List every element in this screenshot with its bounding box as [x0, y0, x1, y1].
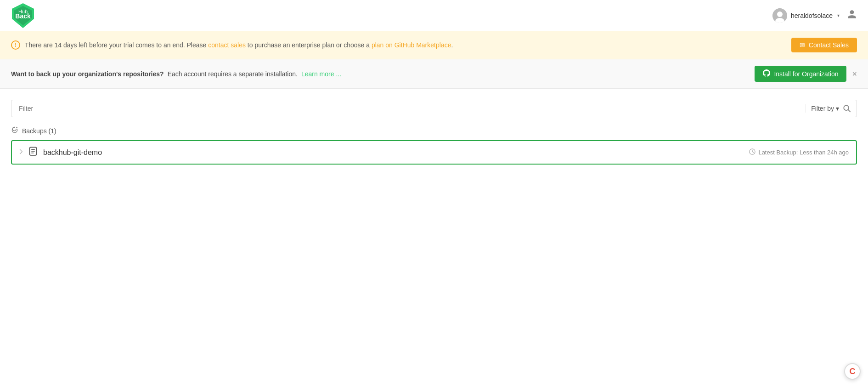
svg-marker-9	[16, 127, 17, 128]
table-row[interactable]: backhub-git-demo Latest Backup: Less tha…	[11, 140, 857, 165]
org-banner: Want to back up your organization's repo…	[0, 59, 868, 89]
logo[interactable]: Back Hub	[11, 2, 35, 29]
org-banner-bold-text: Want to back up your organization's repo…	[11, 70, 164, 78]
svg-point-5	[777, 11, 783, 17]
latest-backup-text: Latest Backup: Less than 24h ago	[758, 149, 849, 156]
trial-banner-content: ! There are 14 days left before your tri…	[11, 40, 453, 50]
svg-line-16	[752, 152, 754, 153]
trial-text: There are 14 days left before your trial…	[25, 41, 453, 49]
backups-count-label: Backups (1)	[22, 127, 56, 135]
clock-icon	[749, 148, 755, 156]
sync-icon	[11, 126, 18, 136]
close-org-banner-button[interactable]: ×	[852, 70, 857, 78]
user-dropdown-caret: ▾	[837, 13, 840, 18]
filter-by-button[interactable]: Filter by ▾	[811, 105, 839, 112]
filter-by-caret-icon: ▾	[836, 105, 839, 112]
contact-sales-button[interactable]: ✉ Contact Sales	[791, 38, 857, 52]
navbar-right: heraldofsolace ▾	[772, 8, 857, 23]
chevron-right-icon	[19, 148, 23, 156]
main-content: Filter by ▾ Backups (1)	[0, 89, 868, 176]
search-icon	[843, 104, 851, 113]
backhub-logo-icon: Back Hub	[11, 2, 35, 29]
backup-row-left: backhub-git-demo	[19, 147, 102, 158]
learn-more-link[interactable]: Learn more ...	[301, 70, 341, 78]
backups-section-title: Backups (1)	[11, 126, 857, 136]
install-for-organization-button[interactable]: Install for Organization	[755, 66, 846, 82]
org-banner-actions: Install for Organization ×	[755, 66, 857, 82]
org-banner-content: Want to back up your organization's repo…	[11, 70, 341, 78]
contact-sales-link[interactable]: contact sales	[208, 41, 246, 49]
svg-text:Hub: Hub	[18, 9, 28, 14]
github-octocat-icon	[763, 69, 770, 78]
trial-warning-icon: !	[11, 40, 20, 50]
user-dropdown[interactable]: heraldofsolace ▾	[772, 8, 840, 23]
filter-right: Filter by ▾	[805, 104, 857, 113]
repo-name-label: backhub-git-demo	[43, 148, 102, 157]
navbar: Back Hub heraldofsolace ▾	[0, 0, 868, 31]
envelope-icon: ✉	[800, 41, 805, 49]
repo-icon	[28, 147, 38, 158]
backup-row-right: Latest Backup: Less than 24h ago	[749, 148, 849, 156]
trial-banner: ! There are 14 days left before your tri…	[0, 31, 868, 59]
filter-bar: Filter by ▾	[11, 100, 857, 117]
person-icon[interactable]	[847, 9, 857, 22]
search-button[interactable]	[843, 104, 851, 113]
filter-input[interactable]	[11, 100, 805, 117]
user-name-label: heraldofsolace	[791, 12, 833, 19]
org-banner-normal-text: Each account requires a separate install…	[168, 70, 298, 78]
svg-line-8	[848, 110, 851, 112]
github-marketplace-link[interactable]: plan on GitHub Marketplace	[372, 41, 451, 49]
avatar	[772, 8, 787, 23]
